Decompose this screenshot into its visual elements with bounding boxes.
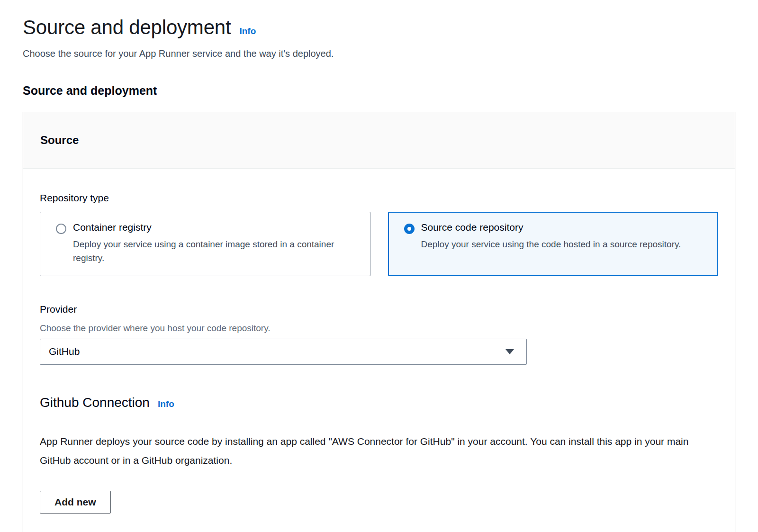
- repository-type-label: Repository type: [40, 192, 718, 204]
- page: Source and deployment Info Choose the so…: [0, 0, 758, 532]
- provider-description: Choose the provider where you host your …: [40, 323, 718, 334]
- page-title: Source and deployment: [23, 16, 231, 39]
- repository-type-tiles: Container registry Deploy your service u…: [40, 212, 718, 276]
- tile-label: Source code repository: [421, 222, 681, 233]
- section-heading: Source and deployment: [23, 84, 735, 98]
- tile-description: Deploy your service using the code hoste…: [421, 237, 681, 251]
- github-connection-info-link[interactable]: Info: [158, 399, 174, 409]
- provider-selected-value: GitHub: [49, 346, 80, 357]
- source-panel-title: Source: [40, 134, 718, 147]
- dropdown-caret-icon: [505, 349, 514, 354]
- github-connection-body: App Runner deploys your source code by i…: [40, 432, 701, 470]
- tile-description: Deploy your service using a container im…: [73, 237, 336, 265]
- github-connection-header: Github Connection Info: [40, 395, 718, 410]
- provider-section: Provider Choose the provider where you h…: [40, 304, 718, 365]
- page-info-link[interactable]: Info: [239, 26, 256, 36]
- add-new-button[interactable]: Add new: [40, 491, 111, 514]
- github-connection-section: Github Connection Info App Runner deploy…: [40, 395, 718, 514]
- tile-source-code-repository-text: Source code repository Deploy your servi…: [421, 222, 681, 251]
- provider-label: Provider: [40, 304, 718, 315]
- github-connection-heading: Github Connection: [40, 395, 150, 410]
- tile-container-registry-text: Container registry Deploy your service u…: [73, 222, 336, 265]
- page-header: Source and deployment Info: [23, 16, 735, 39]
- radio-source-code-repository[interactable]: [404, 224, 415, 234]
- tile-container-registry[interactable]: Container registry Deploy your service u…: [40, 212, 370, 276]
- source-panel-body: Repository type Container registry Deplo…: [23, 169, 735, 532]
- provider-select[interactable]: GitHub: [40, 339, 527, 365]
- tile-label: Container registry: [73, 222, 336, 233]
- tile-source-code-repository[interactable]: Source code repository Deploy your servi…: [388, 212, 719, 276]
- source-panel: Source Repository type Container registr…: [23, 112, 735, 532]
- source-panel-header: Source: [23, 112, 735, 169]
- page-description: Choose the source for your App Runner se…: [23, 48, 735, 59]
- radio-container-registry[interactable]: [56, 224, 66, 234]
